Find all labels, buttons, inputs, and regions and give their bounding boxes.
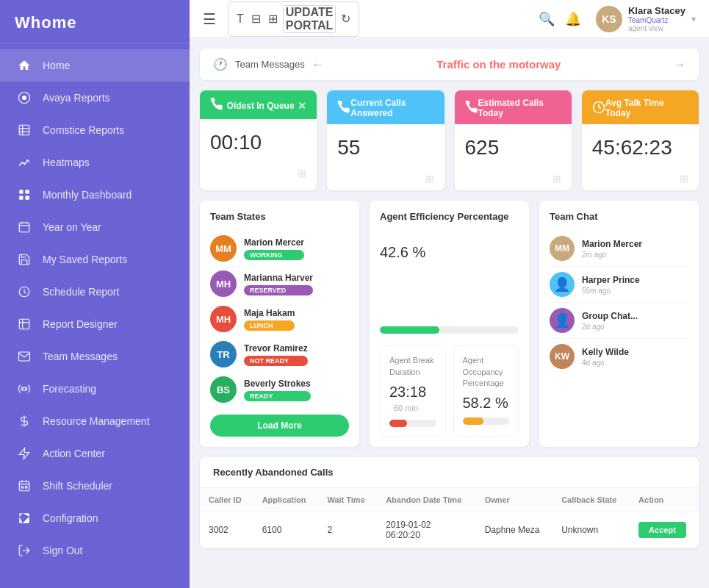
chat-name: Harper Prince (582, 275, 640, 285)
sidebar-item-schedule-report[interactable]: Schedule Report (0, 276, 190, 308)
agent-sub-cards: Agent Break Duration 23:18 60 min Agent … (380, 345, 519, 437)
sidebar-item-forecasting[interactable]: Forecasting (0, 373, 190, 405)
member-info: Maja Hakam LUNCH (244, 308, 295, 331)
agent-efficiency-title: Agent Efficiency Percentage (380, 211, 519, 222)
sidebar: Whome Home Avaya Reports Comstice Report… (0, 0, 190, 588)
sub-card-value: 58.2 % (463, 395, 508, 411)
table-cell: Unknown (553, 512, 630, 548)
team-member: TR Trevor Ramirez NOT READY (210, 337, 349, 372)
sidebar-item-heatmaps[interactable]: Heatmaps (0, 146, 190, 179)
svg-rect-9 (26, 196, 29, 200)
stat-card-label: Avg Talk Time Today (605, 98, 688, 118)
chat-item[interactable]: KW Kelly Wilde 4d ago (550, 339, 688, 374)
nav-label: Monthly Dashboard (43, 189, 132, 201)
efficiency-bar-fill (380, 326, 439, 334)
chat-name: Kelly Wilde (582, 347, 629, 357)
banner-prev-icon[interactable]: ← (312, 58, 324, 71)
chat-item[interactable]: 👤 Group Chat... 2d ago (550, 303, 688, 339)
table-cell-action: Accept (630, 512, 699, 548)
stat-card-footer: ⊞ (327, 173, 444, 190)
nav-label: My Saved Reports (43, 254, 127, 265)
search-icon[interactable]: 🔍 (539, 11, 555, 27)
chat-item[interactable]: 👤 Harper Prince 55m ago (550, 267, 688, 303)
sidebar-item-sign-out[interactable]: Sign Out (0, 534, 190, 567)
svg-point-18 (23, 387, 26, 391)
sidebar-item-configration[interactable]: Configration (0, 502, 190, 534)
table-column-header: Owner (476, 488, 553, 512)
stat-card-label: Oldest In Queue (227, 101, 295, 111)
team-members-list: MM Marion Mercer WORKING MH Marianna Har… (210, 231, 349, 407)
member-name: Marion Mercer (244, 237, 304, 248)
sub-card-progress-fill (463, 417, 484, 425)
sidebar-item-year-on-year[interactable]: Year on Year (0, 211, 190, 243)
sidebar-item-comstice-reports[interactable]: Comstice Reports (0, 114, 190, 146)
chat-item[interactable]: MM Marion Mercer 2m ago (550, 231, 688, 267)
banner-traffic-text: Traffic on the motorway (331, 58, 666, 71)
chevron-down-icon[interactable]: ▾ (691, 14, 696, 24)
team-chat-title: Team Chat (550, 211, 688, 222)
table-cell: 2 (318, 512, 377, 548)
sidebar-item-my-saved-reports[interactable]: My Saved Reports (0, 243, 190, 276)
member-avatar: MH (210, 270, 237, 297)
team-member: BS Beverly Strokes READY (210, 372, 349, 407)
refresh-icon[interactable]: ↻ (339, 12, 353, 26)
sidebar-item-resource-management[interactable]: Resource Management (0, 405, 190, 437)
user-name: Klara Stacey (628, 5, 685, 16)
nav-icon-action-center (16, 445, 32, 462)
agent-efficiency-card: Agent Efficiency Percentage 42.6 % Agent… (370, 201, 529, 447)
accept-button[interactable]: Accept (638, 522, 686, 538)
user-menu[interactable]: KS Klara Stacey TeamQuartz agent view ▾ (596, 5, 696, 32)
nav-icon-sign-out (16, 542, 32, 559)
table-column-header: Callback State (553, 488, 630, 512)
member-name: Trevor Ramirez (244, 343, 308, 354)
nav-icon-year-on-year (16, 219, 32, 235)
text-tool-icon[interactable]: T (234, 12, 246, 26)
nav-label: Schedule Report (43, 286, 119, 298)
banner-next-icon[interactable]: → (674, 58, 685, 71)
notification-icon[interactable]: 🔔 (565, 11, 581, 27)
sidebar-item-home[interactable]: Home (0, 49, 190, 82)
agent-sub-card-1: Agent Occupancy Percentage 58.2 % (453, 345, 519, 437)
stat-card-label: Estimated Calls Today (478, 98, 561, 118)
sidebar-item-monthly-dashboard[interactable]: Monthly Dashboard (0, 179, 190, 211)
table-cell: Daphne Meza (476, 512, 553, 548)
nav-label: Resource Management (43, 415, 150, 427)
clock-icon: 🕐 (213, 57, 228, 71)
team-messages-banner: 🕐 Team Messages ← Traffic on the motorwa… (200, 49, 699, 80)
expand-icon[interactable]: ⊞ (298, 168, 306, 179)
sidebar-item-report-designer[interactable]: Report Designer (0, 308, 190, 340)
sidebar-item-action-center[interactable]: Action Center (0, 437, 190, 470)
content-area: 🕐 Team Messages ← Traffic on the motorwa… (190, 38, 709, 588)
sidebar-item-shift-scheduler[interactable]: Shift Scheduler (0, 470, 190, 502)
plus-tool-icon[interactable]: ⊞ (266, 12, 280, 26)
update-portal-button[interactable]: UPDATEPORTAL (283, 5, 336, 33)
stat-card-footer: ⊞ (455, 173, 572, 190)
svg-rect-6 (19, 190, 23, 193)
stat-card-header: Avg Talk Time Today (582, 90, 699, 124)
sidebar-item-avaya-reports[interactable]: Avaya Reports (0, 82, 190, 114)
nav-icon-shift-scheduler (16, 478, 32, 494)
abandoned-title: Recently Abandoned Calls (200, 457, 699, 488)
chat-info: Harper Prince 55m ago (582, 275, 640, 295)
svg-rect-10 (19, 223, 29, 232)
hamburger-icon[interactable]: ☰ (203, 10, 216, 28)
nav-icon-my-saved-reports (16, 251, 32, 268)
close-icon[interactable]: ✕ (298, 100, 306, 112)
sidebar-item-team-messages[interactable]: Team Messages (0, 340, 190, 373)
svg-rect-8 (19, 196, 23, 200)
expand-icon[interactable]: ⊞ (680, 173, 688, 184)
sub-card-value: 23:18 (389, 384, 426, 400)
nav-label: Team Messages (43, 351, 118, 362)
minus-tool-icon[interactable]: ⊟ (249, 12, 263, 26)
abandoned-calls-table: Caller IDApplicationWait TimeAbandon Dat… (200, 488, 699, 548)
chat-time: 2d ago (582, 323, 638, 331)
nav-label: Heatmaps (43, 157, 90, 168)
nav-icon-monthly-dashboard (16, 187, 32, 203)
nav-label: Year on Year (43, 221, 101, 233)
expand-icon[interactable]: ⊞ (553, 173, 561, 184)
main-content: ☰ T ⊟ ⊞ UPDATEPORTAL ↻ 🔍 🔔 KS Klara Stac… (190, 0, 709, 588)
expand-icon[interactable]: ⊞ (425, 173, 434, 184)
nav-icon-forecasting (16, 381, 32, 397)
nav-icon-schedule-report (16, 284, 32, 300)
load-more-button[interactable]: Load More (210, 415, 349, 437)
